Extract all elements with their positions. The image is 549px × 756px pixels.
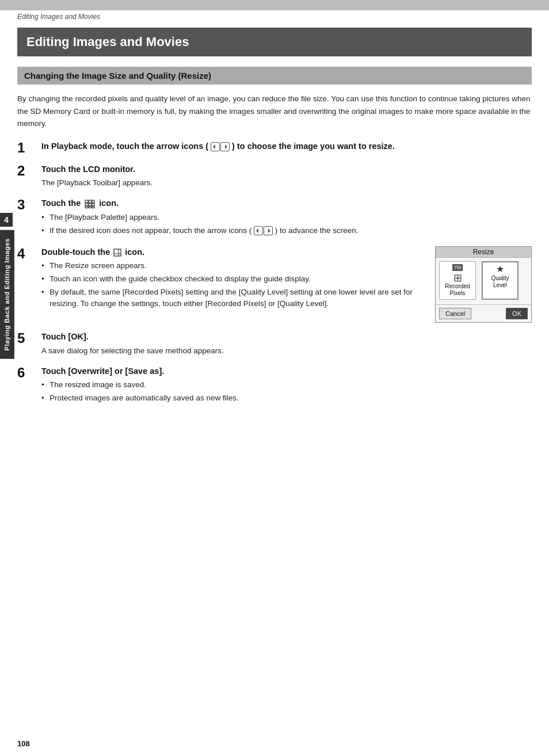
main-title-box: Editing Images and Movies [17,28,532,56]
left-arrow-icon [211,142,220,151]
bullet-4-2: • Touch an icon with the guide checkbox … [41,273,424,285]
top-bar [0,0,549,10]
breadcrumb: Editing Images and Movies [0,10,549,22]
step-1: 1 In Playback mode, touch the arrow icon… [17,140,532,155]
step-3: 3 Touch the icon. • [17,197,532,238]
page-content: Editing Images and Movies Changing the I… [0,22,549,431]
step-5: 5 Touch [OK]. A save dialog for selectin… [17,331,532,357]
cancel-button[interactable]: Cancel [439,308,471,319]
intro-text: By changing the recorded pixels and qual… [17,93,532,130]
step-5-number: 5 [17,331,38,346]
icon1-top-label: 7M [452,264,463,272]
right-arrow-icon [220,142,230,151]
right-arrow-icon-3 [264,226,273,235]
step-1-title: In Playback mode, touch the arrow icons … [41,140,532,152]
step-4-body: • The Resize screen appears. • Touch an … [41,260,424,310]
step-6-title: Touch [Overwrite] or [Save as]. [41,365,532,377]
icon2-bottom-label: QualityLevel [491,275,509,289]
step-2-body: The [Playback Toolbar] appears. [41,177,532,189]
svg-rect-3 [89,204,92,206]
left-arrow-icon-3 [254,226,263,235]
svg-rect-6 [85,207,88,208]
step-6-number: 6 [17,365,38,380]
step-4: 4 Double-touch the icon. [17,246,532,323]
resize-icons-row: 7M ⊞ RecordedPixels ★ QualityLevel [436,258,531,306]
step-4-layout: Double-touch the icon. • The Resize scre… [41,246,532,323]
arrow-icons-1 [211,142,230,151]
svg-rect-1 [89,200,92,203]
step-5-content: Touch [OK]. A save dialog for selecting … [41,331,532,357]
svg-rect-0 [85,200,88,203]
section-title-box: Changing the Image Size and Quality (Res… [17,67,532,85]
step-1-content: In Playback mode, touch the arrow icons … [41,140,532,154]
page-number: 108 [17,739,30,748]
bullet-3-1: • The [Playback Palette] appears. [41,212,532,224]
step-3-body: • The [Playback Palette] appears. • If t… [41,212,532,237]
chapter-number: 4 [0,213,13,227]
quality-level-star: ★ [496,265,504,274]
resize-panel: Resize 7M ⊞ RecordedPixels ★ QualityLeve… [435,246,532,323]
svg-rect-2 [85,204,88,206]
bullet-4-3: • By default, the same [Recorded Pixels]… [41,287,424,310]
step-4-number: 4 [17,246,38,261]
resize-buttons-row: Cancel OK [436,305,531,322]
side-tab: Playing Back and Editing Images [0,230,14,359]
recorded-pixels-symbol: ⊞ [453,273,462,283]
step-6-body: • The resized image is saved. • Protecte… [41,379,532,404]
step-5-title: Touch [OK]. [41,331,532,342]
ok-button[interactable]: OK [506,308,528,319]
svg-rect-4 [92,200,94,203]
step-3-content: Touch the icon. • The [Playback [41,197,532,238]
quality-level-icon-box[interactable]: ★ QualityLevel [482,261,518,300]
main-title: Editing Images and Movies [26,35,523,49]
bullet-4-1: • The Resize screen appears. [41,260,424,272]
arrow-icons-3 [254,226,273,235]
step-3-title: Touch the icon. [41,197,532,209]
step-2-content: Touch the LCD monitor. The [Playback Too… [41,163,532,189]
svg-rect-9 [114,249,121,256]
step-5-body: A save dialog for selecting the save met… [41,345,532,357]
step-1-number: 1 [17,140,38,155]
bullet-6-2: • Protected images are automatically sav… [41,392,532,404]
step-6: 6 Touch [Overwrite] or [Save as]. • The … [17,365,532,406]
breadcrumb-text: Editing Images and Movies [17,13,100,21]
step-2-title: Touch the LCD monitor. [41,163,532,175]
section-title: Changing the Image Size and Quality (Res… [24,71,525,81]
recorded-pixels-icon-box[interactable]: 7M ⊞ RecordedPixels [439,261,476,300]
step-4-text: Double-touch the icon. • The Resize scre… [41,246,424,311]
step-2: 2 Touch the LCD monitor. The [Playback T… [17,163,532,189]
step-4-title: Double-touch the icon. [41,246,424,258]
step-6-content: Touch [Overwrite] or [Save as]. • The re… [41,365,532,406]
grid-icon [85,200,95,208]
svg-rect-7 [89,207,92,208]
svg-rect-8 [92,207,94,208]
bullet-6-1: • The resized image is saved. [41,379,532,391]
svg-rect-5 [92,204,94,206]
bullet-3-2: • If the desired icon does not appear, t… [41,225,532,237]
icon1-bottom-label: RecordedPixels [445,283,470,297]
step-3-number: 3 [17,197,38,212]
resize-panel-title: Resize [436,247,531,258]
resize-icon [113,249,121,257]
step-2-number: 2 [17,163,38,178]
step-4-content: Double-touch the icon. • The Resize scre… [41,246,532,323]
